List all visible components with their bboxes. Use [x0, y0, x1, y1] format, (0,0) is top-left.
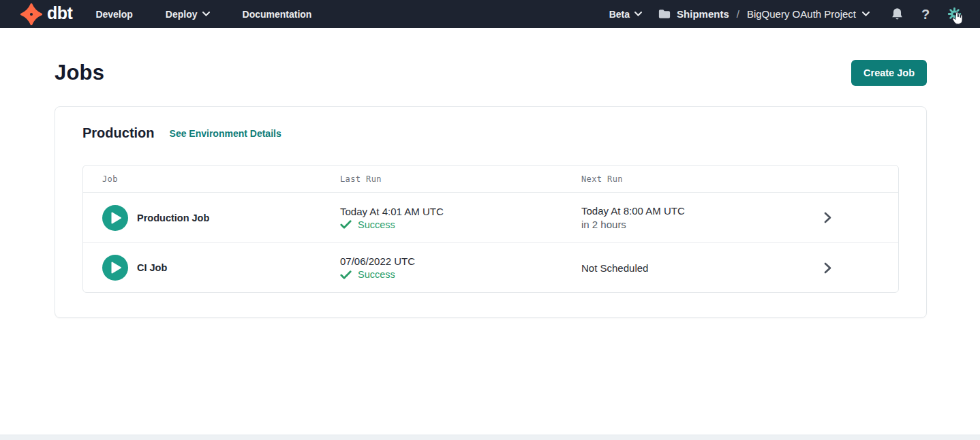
chevron-down-icon [202, 12, 210, 16]
see-environment-details-link[interactable]: See Environment Details [170, 128, 281, 139]
column-header-next-run: Next Run [581, 174, 796, 184]
chevron-right-icon[interactable] [824, 212, 831, 223]
job-name: Production Job [137, 213, 209, 223]
column-header-job: Job [102, 174, 340, 184]
main-content: Jobs Create Job Production See Environme… [0, 60, 980, 318]
environment-card: Production See Environment Details Job L… [55, 106, 927, 318]
help-icon: ? [921, 7, 930, 21]
help-button[interactable]: ? [917, 6, 934, 22]
top-nav: dbt Develop Deploy Documentation Beta Sh… [0, 0, 980, 28]
play-icon[interactable] [102, 255, 128, 281]
project-breadcrumb[interactable]: Shipments / BigQuery OAuth Project [658, 8, 870, 20]
dbt-logo[interactable]: dbt [20, 3, 72, 25]
run-status-badge: Success [358, 269, 395, 280]
jobs-table-header: Job Last Run Next Run [83, 166, 898, 193]
jobs-table: Job Last Run Next Run Production Job Tod… [82, 165, 899, 293]
create-job-button[interactable]: Create Job [851, 60, 927, 86]
nav-item-deploy-label: Deploy [166, 9, 198, 20]
beta-dropdown[interactable]: Beta [609, 9, 642, 20]
environment-name: Production [82, 125, 155, 141]
folder-icon [658, 9, 671, 19]
dbt-logo-icon [20, 3, 42, 25]
last-run-time: Today At 4:01 AM UTC [340, 206, 581, 217]
bell-icon [891, 7, 904, 21]
dbt-logo-text: dbt [47, 5, 72, 24]
notifications-button[interactable] [889, 6, 905, 22]
next-run-time: Not Scheduled [581, 262, 796, 274]
last-run-time: 07/06/2022 UTC [340, 255, 581, 267]
job-name: CI Job [137, 262, 167, 273]
next-run-time: Today At 8:00 AM UTC [581, 205, 796, 217]
run-status-badge: Success [358, 219, 395, 230]
next-run-note: in 2 hours [581, 219, 796, 230]
nav-item-develop[interactable]: Develop [95, 9, 140, 20]
chevron-down-icon [862, 12, 870, 16]
horizontal-scrollbar-track[interactable] [0, 435, 980, 440]
chevron-down-icon [634, 12, 642, 16]
chevron-right-icon[interactable] [824, 262, 831, 274]
account-name: Shipments [677, 8, 729, 20]
check-icon [340, 270, 352, 279]
page-title: Jobs [55, 61, 104, 85]
nav-item-deploy[interactable]: Deploy [157, 9, 218, 20]
breadcrumb-separator: / [735, 8, 741, 20]
gear-icon [947, 7, 962, 21]
job-row-production[interactable]: Production Job Today At 4:01 AM UTC Succ… [83, 193, 898, 242]
beta-label: Beta [609, 9, 630, 20]
job-row-ci[interactable]: CI Job 07/06/2022 UTC Success Not Schedu… [83, 242, 898, 292]
check-icon [340, 220, 352, 229]
settings-button[interactable] [946, 6, 962, 22]
project-name: BigQuery OAuth Project [747, 8, 856, 20]
play-icon[interactable] [102, 205, 128, 231]
nav-item-documentation[interactable]: Documentation [234, 9, 320, 20]
column-header-last-run: Last Run [340, 174, 581, 184]
